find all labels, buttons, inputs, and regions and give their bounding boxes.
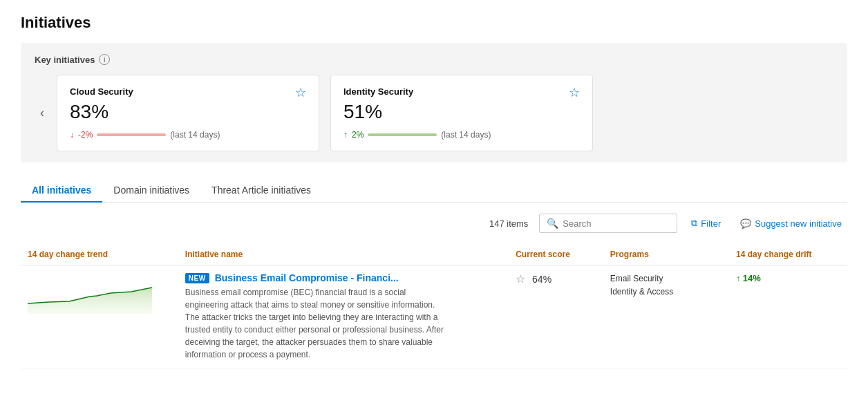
trend-bar-0 [97, 133, 166, 136]
tabs-bar: All initiatives Domain initiatives Threa… [21, 179, 847, 203]
drift-arrow-0: ↑ [736, 274, 740, 283]
programs-cell-0: Email SecurityIdentity & Access [603, 265, 729, 368]
trend-cell-0 [21, 265, 178, 368]
page-title: Initiatives [21, 14, 847, 32]
name-cell-0: NEW Business Email Compromise - Financi.… [178, 265, 509, 368]
key-initiatives-section: Key initiatives i ‹ Cloud Security ☆ 83%… [21, 43, 847, 162]
score-value-0: 64% [532, 274, 551, 285]
search-icon: 🔍 [547, 218, 558, 229]
trend-arrow-0: ↓ [70, 130, 74, 140]
table-header-row: 14 day change trend Initiative name Curr… [21, 244, 847, 265]
card-name-0: Cloud Security [70, 86, 133, 97]
cards-list: Cloud Security ☆ 83% ↓ -2% (last 14 days… [57, 75, 833, 151]
th-drift: 14 day change drift [729, 244, 847, 265]
sparkline-svg [28, 272, 152, 314]
drift-cell-0: ↑ 14% [729, 265, 847, 368]
init-name-top: NEW Business Email Compromise - Financi.… [185, 272, 502, 283]
card-score-0: 83% [70, 101, 306, 123]
new-badge: NEW [185, 273, 209, 283]
filter-icon: ⧉ [691, 218, 697, 229]
trend-value-0: -2% [78, 130, 93, 140]
tab-all-initiatives[interactable]: All initiatives [21, 179, 102, 203]
th-programs: Programs [603, 244, 729, 265]
card-trend-0: ↓ -2% (last 14 days) [70, 130, 306, 140]
initiative-description-0: Business email compromise (BEC) financia… [185, 286, 448, 361]
trend-arrow-1: ↑ [343, 130, 348, 140]
cards-carousel: ‹ Cloud Security ☆ 83% ↓ -2% (last 14 da… [35, 75, 833, 151]
suggest-initiative-button[interactable]: 💬 Suggest new initiative [735, 215, 847, 232]
key-initiatives-label: Key initiatives [35, 55, 95, 65]
search-input[interactable] [563, 218, 670, 229]
toolbar: 147 items 🔍 ⧉ Filter 💬 Suggest new initi… [21, 214, 847, 233]
items-count: 147 items [489, 218, 528, 229]
initiatives-page: Initiatives Key initiatives i ‹ Cloud Se… [0, 0, 868, 382]
trend-label-1: (last 14 days) [441, 130, 491, 140]
table-row: NEW Business Email Compromise - Financi.… [21, 265, 847, 368]
key-initiative-card-0: Cloud Security ☆ 83% ↓ -2% (last 14 days… [57, 75, 319, 151]
initiative-name-link-0[interactable]: Business Email Compromise - Financi... [215, 272, 399, 283]
th-score: Current score [509, 244, 603, 265]
carousel-prev-button[interactable]: ‹ [35, 103, 50, 123]
drift-value-0: ↑ 14% [736, 273, 761, 283]
initiatives-table: 14 day change trend Initiative name Curr… [21, 244, 847, 368]
key-initiative-card-1: Identity Security ☆ 51% ↑ 2% (last 14 da… [330, 75, 593, 151]
trend-value-1: 2% [352, 130, 364, 140]
programs-list-0: Email SecurityIdentity & Access [610, 272, 722, 299]
card-header-1: Identity Security ☆ [343, 86, 580, 101]
row-star-icon-0[interactable]: ☆ [516, 273, 525, 285]
filter-button[interactable]: ⧉ Filter [686, 214, 726, 232]
tab-threat-article-initiatives[interactable]: Threat Article initiatives [200, 179, 322, 203]
info-icon[interactable]: i [99, 54, 110, 65]
score-cell-0: ☆ 64% [509, 265, 603, 368]
card-name-1: Identity Security [343, 86, 413, 97]
card-star-0[interactable]: ☆ [295, 86, 306, 99]
search-box[interactable]: 🔍 [539, 214, 677, 233]
trend-bar-1 [368, 133, 437, 136]
init-name-cell: NEW Business Email Compromise - Financi.… [185, 272, 502, 361]
card-trend-1: ↑ 2% (last 14 days) [343, 130, 580, 140]
th-name: Initiative name [178, 244, 509, 265]
filter-label: Filter [701, 218, 721, 229]
card-header-0: Cloud Security ☆ [70, 86, 306, 101]
th-trend: 14 day change trend [21, 244, 178, 265]
card-score-1: 51% [343, 101, 580, 123]
trend-label-0: (last 14 days) [170, 130, 220, 140]
suggest-label: Suggest new initiative [755, 218, 842, 229]
section-header: Key initiatives i [35, 54, 833, 65]
tab-domain-initiatives[interactable]: Domain initiatives [102, 179, 200, 203]
suggest-icon: 💬 [740, 218, 751, 229]
card-star-1[interactable]: ☆ [569, 86, 580, 99]
